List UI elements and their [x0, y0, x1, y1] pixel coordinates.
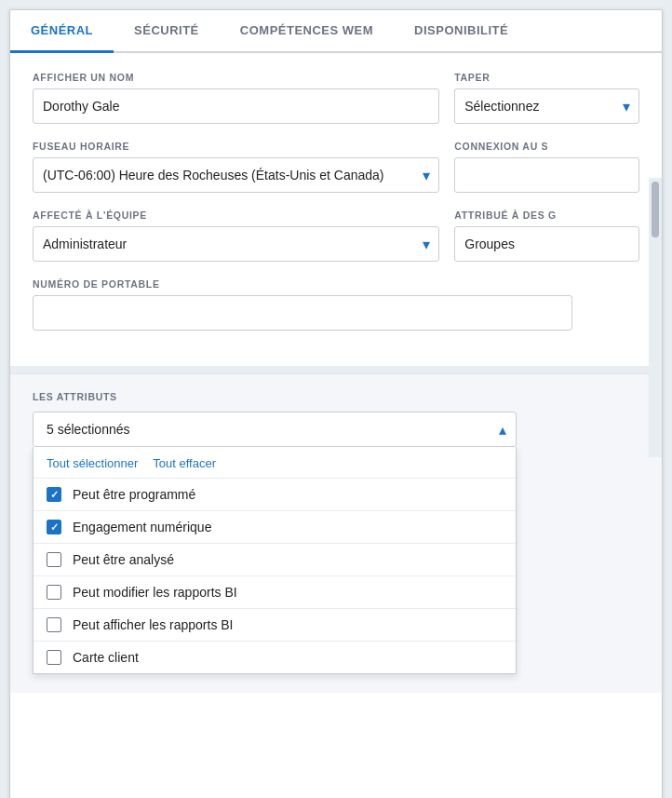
row-name-type: AFFICHER UN NOM TAPER Sélectionnez ▾	[33, 72, 639, 124]
attribute-item-analysable[interactable]: Peut être analysé	[34, 543, 516, 575]
timezone-label: FUSEAU HORAIRE	[33, 141, 439, 152]
type-label: TAPER	[454, 72, 639, 83]
tab-general[interactable]: GÉNÉRAL	[10, 10, 114, 53]
display-name-input[interactable]	[33, 88, 439, 124]
scrollbar-thumb[interactable]	[652, 182, 659, 237]
group-groups: ATTRIBUÉ À DES G Groupes	[454, 210, 639, 262]
groups-select-wrapper: Groupes	[454, 226, 639, 262]
tab-disponibilite[interactable]: DISPONIBILITÉ	[394, 10, 529, 53]
attribute-item-bi-modify[interactable]: Peut modifier les rapports BI	[34, 575, 516, 608]
scrollbar[interactable]	[649, 178, 662, 457]
attributes-title: LES ATTRIBUTS	[33, 374, 639, 402]
groups-value: Groupes	[464, 237, 605, 251]
group-type: TAPER Sélectionnez ▾	[454, 72, 639, 124]
checkbox-bi-view[interactable]	[47, 617, 61, 632]
attributes-dropdown-panel: Tout sélectionner Tout effacer Peut être…	[33, 447, 517, 674]
main-container: GÉNÉRAL SÉCURITÉ COMPÉTENCES WEM DISPONI…	[9, 9, 663, 798]
attributes-dropdown[interactable]: 5 sélectionnés ▴	[33, 412, 517, 447]
attribute-label-bi-view: Peut afficher les rapports BI	[73, 617, 234, 632]
tab-security[interactable]: SÉCURITÉ	[114, 10, 220, 53]
groups-label: ATTRIBUÉ À DES G	[454, 210, 639, 221]
team-select-wrapper: Administrateur ▾	[33, 226, 439, 262]
timezone-value: (UTC-06:00) Heure des Rocheuses (États-U…	[43, 168, 405, 183]
tabs-bar: GÉNÉRAL SÉCURITÉ COMPÉTENCES WEM DISPONI…	[10, 10, 662, 53]
row-team-groups: AFFECTÉ À L'ÉQUIPE Administrateur ▾ ATTR…	[33, 210, 639, 262]
group-timezone: FUSEAU HORAIRE (UTC-06:00) Heure des Roc…	[33, 141, 439, 193]
connection-label: CONNEXION AU S	[454, 141, 639, 152]
checkbox-analysable[interactable]	[47, 552, 61, 567]
type-select[interactable]: Sélectionnez	[454, 88, 639, 124]
attribute-label-analysable: Peut être analysé	[73, 552, 174, 567]
team-label: AFFECTÉ À L'ÉQUIPE	[33, 210, 439, 221]
display-name-label: AFFICHER UN NOM	[33, 72, 439, 83]
type-select-wrapper: Sélectionnez ▾	[454, 88, 639, 124]
row-timezone-connection: FUSEAU HORAIRE (UTC-06:00) Heure des Roc…	[33, 141, 639, 193]
team-select[interactable]: Administrateur	[33, 226, 439, 262]
group-connection: CONNEXION AU S	[454, 141, 639, 193]
group-display-name: AFFICHER UN NOM	[33, 72, 439, 124]
attribute-item-engagement[interactable]: Engagement numérique	[34, 510, 516, 543]
group-team: AFFECTÉ À L'ÉQUIPE Administrateur ▾	[33, 210, 439, 262]
row-phone: NUMÉRO DE PORTABLE	[33, 278, 639, 331]
checkbox-carte[interactable]	[47, 650, 61, 665]
attributes-chevron-up-icon: ▴	[499, 421, 506, 439]
attribute-item-bi-view[interactable]: Peut afficher les rapports BI	[34, 608, 516, 641]
attributes-selected-count: 5 sélectionnés	[47, 422, 130, 437]
phone-label: NUMÉRO DE PORTABLE	[33, 278, 572, 290]
team-value: Administrateur	[43, 237, 405, 251]
connection-input[interactable]	[454, 157, 639, 193]
attribute-label-engagement: Engagement numérique	[73, 520, 211, 534]
section-divider	[10, 366, 662, 373]
timezone-select[interactable]: (UTC-06:00) Heure des Rocheuses (États-U…	[33, 157, 439, 193]
attribute-item-carte[interactable]: Carte client	[34, 641, 516, 673]
type-select-value: Sélectionnez	[464, 99, 605, 114]
groups-select[interactable]: Groupes	[454, 226, 639, 262]
attribute-label-carte: Carte client	[73, 650, 139, 665]
attribute-item-programmable[interactable]: Peut être programmé	[34, 478, 516, 510]
attributes-section: LES ATTRIBUTS 5 sélectionnés ▴ Tout séle…	[10, 373, 662, 693]
checkbox-programmable[interactable]	[47, 487, 61, 502]
checkbox-engagement[interactable]	[47, 520, 61, 534]
select-all-link[interactable]: Tout sélectionner	[47, 456, 138, 470]
clear-all-link[interactable]: Tout effacer	[153, 456, 216, 470]
group-phone: NUMÉRO DE PORTABLE	[33, 278, 572, 331]
phone-input[interactable]	[33, 295, 572, 331]
tab-competences[interactable]: COMPÉTENCES WEM	[220, 10, 394, 53]
timezone-select-wrapper: (UTC-06:00) Heure des Rocheuses (États-U…	[33, 157, 439, 193]
form-area: AFFICHER UN NOM TAPER Sélectionnez ▾ FUS…	[10, 53, 662, 366]
attributes-actions: Tout sélectionner Tout effacer	[34, 447, 516, 478]
attribute-label-bi-modify: Peut modifier les rapports BI	[73, 585, 237, 600]
attribute-label-programmable: Peut être programmé	[73, 487, 195, 502]
checkbox-bi-modify[interactable]	[47, 585, 61, 600]
